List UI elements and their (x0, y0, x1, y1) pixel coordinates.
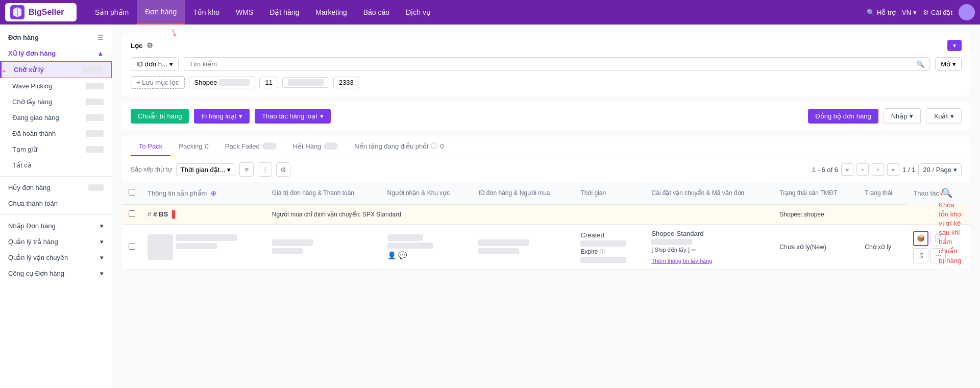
filter-tag-11[interactable]: 11 (259, 77, 278, 88)
sidebar-item-wave-picking[interactable]: Wave Picking (0, 78, 112, 94)
filter-collapse-btn[interactable]: ▼ (947, 40, 962, 51)
sidebar-section-tra-hang[interactable]: Quản lý trả hàng ▾ (0, 234, 112, 250)
nav-dat-hang[interactable]: Đặt hàng (261, 0, 307, 25)
sidebar-item-tam-giu[interactable]: Tạm giữ (0, 141, 112, 157)
support-link[interactable]: 🔍 Hỗ trợ (867, 9, 896, 16)
nav-bao-cao[interactable]: Báo cáo (355, 0, 398, 25)
sidebar-badge-wave (86, 83, 104, 89)
filter-tag-2333[interactable]: 2333 (333, 77, 359, 88)
language-selector[interactable]: VN ▾ (902, 9, 917, 16)
pack-failed-badge (262, 142, 277, 150)
recipient-name (387, 234, 423, 241)
print-icon-btn[interactable]: 🖨 (913, 248, 928, 263)
table-settings-btn[interactable]: ⚙ (276, 162, 290, 177)
help-icon-expire: ⓘ (600, 248, 605, 256)
sort-desc-btn[interactable]: ⋮ (258, 162, 272, 177)
help-icon: ⓘ (431, 141, 437, 151)
prepare-btn[interactable]: Chuẩn bị hàng (131, 109, 189, 124)
logo[interactable]: BigSeller (5, 3, 77, 21)
sync-btn[interactable]: Đồng bộ đơn hàng (808, 109, 878, 124)
sidebar-section-cong-cu[interactable]: Công cụ Đơn hàng ▾ (0, 265, 112, 281)
per-page-select[interactable]: 20 / Page ▾ (918, 163, 962, 176)
sidebar-section-wrapper: Xử lý đơn hàng ▲ → Chờ xử lý Wave Pickin… (0, 45, 112, 173)
filter-id-select[interactable]: ID đơn h... ▾ (131, 57, 179, 71)
print-btn[interactable]: In hàng loạt ▾ (194, 109, 250, 124)
user-icon: 👤 (387, 251, 396, 259)
table-toolbar: Sắp xếp thứ tự Thời gian đặt... ▾ ≡ ⋮ ⚙ … (122, 157, 970, 182)
tab-packing[interactable]: Packing 0 (170, 137, 216, 156)
sidebar-section-chua-tt[interactable]: Chưa thanh toán (0, 196, 112, 211)
filter-tag-shopee[interactable]: Shopee (189, 77, 256, 88)
open-select[interactable]: Mở ▾ (935, 57, 962, 71)
row-data-checkbox[interactable] (129, 243, 135, 250)
payment-value (272, 248, 303, 254)
settings-link[interactable]: ⚙ Cài đặt (923, 9, 952, 16)
row-checkbox[interactable] (129, 210, 135, 217)
tab-pack-failed[interactable]: Pack Failed (217, 137, 285, 156)
product-image (148, 234, 173, 260)
nav-dich-vu[interactable]: Dịch vụ (398, 0, 439, 25)
select-all-checkbox[interactable] (129, 189, 135, 196)
filter-settings-icon[interactable]: ⚙ (146, 41, 153, 50)
recipient-icons: 👤 💬 (387, 251, 467, 259)
sidebar-item-tat-ca[interactable]: Tất cả (0, 157, 112, 173)
row-shipping: Shopee-Standard [ Ship đến lấy ] ✏ Thêm … (645, 224, 773, 270)
order-tag: # # BS (148, 210, 175, 219)
filter-tag-blurred[interactable] (282, 77, 329, 88)
page-last-btn[interactable]: » (887, 163, 899, 176)
sort-select[interactable]: Thời gian đặt... ▾ (176, 163, 236, 176)
sidebar-badge-lay (86, 99, 104, 105)
sidebar-section-huy[interactable]: Hủy đơn hàng (0, 180, 112, 196)
row-actions: 📦 📄 🖨 (907, 224, 970, 270)
product-info-container (148, 234, 260, 260)
add-col-icon[interactable]: ⊕ (211, 189, 216, 197)
import-btn[interactable]: Nhập ▾ (884, 108, 921, 124)
export-btn[interactable]: Xuất ▾ (926, 108, 962, 124)
flag-icon (172, 210, 175, 219)
sidebar-item-cho-lay-hang[interactable]: Chờ lấy hàng (0, 94, 112, 110)
col-recipient: Người nhận & Khu vực (381, 182, 473, 204)
tab-het-hang[interactable]: Hết Hàng (285, 137, 347, 156)
order-id-value (478, 239, 529, 246)
gear-icon: ⚙ (280, 166, 286, 174)
sidebar-section-xu-ly[interactable]: Xử lý đơn hàng ▲ (0, 45, 112, 61)
batch-btn[interactable]: Thao tác hàng loạt ▾ (255, 109, 330, 124)
sidebar-item-dang-giao[interactable]: Đang giao hàng (0, 110, 112, 126)
action-bar-right: Đồng bộ đơn hàng Nhập ▾ Xuất ▾ (808, 108, 962, 124)
tab-to-pack[interactable]: To Pack (131, 137, 170, 156)
sort-asc-btn[interactable]: ≡ (239, 162, 254, 177)
prepare-icon-btn[interactable]: 📦 (913, 231, 928, 246)
chevron-down-icon: ▾ (953, 166, 957, 174)
top-navigation: BigSeller Sản phẩm Đơn hàng Tồn kho WMS … (0, 0, 980, 25)
chevron-down-icon: ▾ (950, 112, 954, 120)
nav-wms[interactable]: WMS (228, 0, 261, 25)
edit-icon[interactable]: ✏ (691, 247, 696, 254)
logo-text: BigSeller (29, 8, 64, 17)
sidebar-section-van-chuyen[interactable]: Quản lý vận chuyển ▾ (0, 250, 112, 265)
sidebar-section-nhap[interactable]: Nhập Đơn hàng ▾ (0, 218, 112, 234)
avatar[interactable] (959, 4, 975, 20)
nav-marketing[interactable]: Marketing (307, 0, 355, 25)
row-recipient: 👤 💬 (381, 224, 473, 270)
sidebar-item-hoan-thanh[interactable]: Đã hoàn thành (0, 126, 112, 141)
sidebar-badge-huy (88, 184, 104, 191)
page-next-btn[interactable]: › (872, 163, 884, 176)
sidebar-badge-hoan (86, 130, 104, 137)
nav-ton-kho[interactable]: Tồn kho (185, 0, 228, 25)
sidebar-menu-icon[interactable]: ☰ (97, 34, 104, 41)
table-header-row: Thông tin sản phẩm ⊕ Giá trị đơn hàng & … (122, 182, 970, 204)
page-first-btn[interactable]: « (841, 163, 853, 176)
col-shipping: Cài đặt vận chuyển & Mã vận đơn (645, 182, 773, 204)
tabs-bar: To Pack Packing 0 Pack Failed Hết Hàng N… (122, 136, 970, 157)
nav-san-pham[interactable]: Sản phẩm (87, 0, 137, 25)
page-prev-btn[interactable]: ‹ (856, 163, 869, 176)
add-info-container: Thêm thông tin lấy hàng (651, 257, 767, 264)
add-filter-btn[interactable]: + Lưu mục lọc (131, 76, 185, 89)
search-input[interactable] (189, 60, 913, 68)
tab-nen-tang[interactable]: Nền tảng đang điều phối ⓘ 0 (346, 136, 452, 157)
sidebar-item-cho-xu-ly[interactable]: Chờ xử lý (0, 61, 112, 78)
expire-time (580, 257, 626, 263)
recipient-container: 👤 💬 (387, 234, 467, 259)
shipping-container: Shopee-Standard [ Ship đến lấy ] ✏ Thêm … (651, 230, 767, 264)
nav-don-hang[interactable]: Đơn hàng (137, 0, 185, 25)
